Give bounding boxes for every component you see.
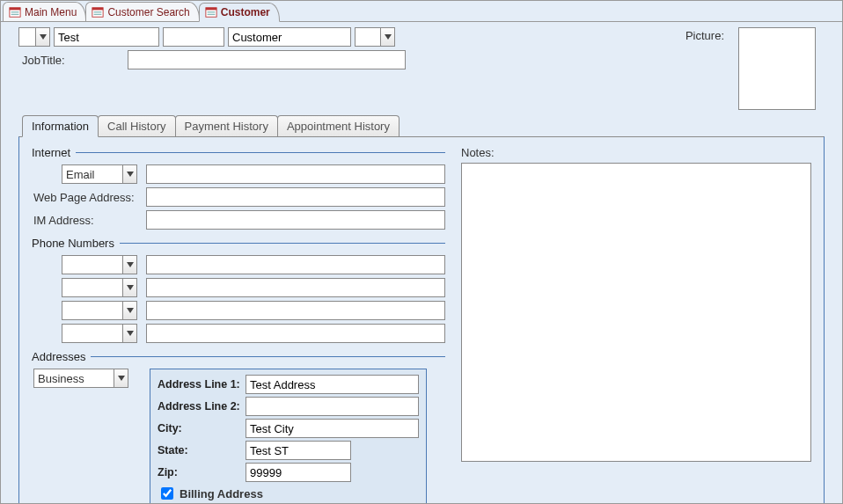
doc-tab-customer[interactable]: Customer xyxy=(199,3,280,22)
divider xyxy=(91,356,445,357)
form-icon xyxy=(205,6,217,18)
group-label: Internet xyxy=(32,146,70,159)
svg-rect-7 xyxy=(94,13,102,14)
subtab-information[interactable]: Information xyxy=(22,115,99,137)
subtab-payment-history[interactable]: Payment History xyxy=(175,115,278,136)
addr-state-input[interactable] xyxy=(246,441,351,460)
document-tabs: Main Menu Customer Search Customer xyxy=(1,1,842,22)
group-label: Addresses xyxy=(32,350,85,363)
im-input[interactable] xyxy=(146,210,445,230)
svg-rect-9 xyxy=(206,8,216,11)
chevron-down-icon xyxy=(122,325,136,342)
app-window: Main Menu Customer Search Customer xyxy=(0,0,843,504)
chevron-down-icon xyxy=(122,256,136,274)
svg-rect-3 xyxy=(11,13,19,14)
job-title-label: JobTitle: xyxy=(18,52,124,69)
notes-label: Notes: xyxy=(461,146,811,159)
web-input[interactable] xyxy=(146,187,445,207)
name-block: JobTitle: xyxy=(18,27,406,69)
addresses-group: Addresses Business Address Line xyxy=(32,350,445,504)
phone-input-2[interactable] xyxy=(146,278,445,297)
internet-group: Internet Email Web Page Addre xyxy=(32,146,445,230)
middle-name-input[interactable] xyxy=(163,27,224,47)
phone-type-combo-3[interactable] xyxy=(62,301,137,320)
chevron-down-icon xyxy=(122,165,136,183)
address-type-value: Business xyxy=(34,372,114,385)
form-icon xyxy=(9,6,21,18)
picture-box[interactable] xyxy=(738,27,816,110)
doc-tab-main-menu[interactable]: Main Menu xyxy=(3,2,86,21)
subtab-strip: Information Call History Payment History… xyxy=(18,115,825,136)
group-label: Phone Numbers xyxy=(32,237,114,250)
doc-tab-label: Customer Search xyxy=(107,6,189,18)
subtab-label: Payment History xyxy=(185,120,268,133)
form-icon xyxy=(92,6,104,18)
email-type-value: Email xyxy=(62,168,122,181)
subtab-appointment-history[interactable]: Appointment History xyxy=(277,115,400,136)
address-type-combo[interactable]: Business xyxy=(33,369,128,388)
chevron-down-icon xyxy=(35,28,49,46)
chevron-down-icon xyxy=(122,302,136,319)
chevron-down-icon xyxy=(122,279,136,296)
chevron-down-icon xyxy=(380,28,394,46)
svg-rect-6 xyxy=(94,11,102,12)
billing-checkbox[interactable] xyxy=(161,487,173,500)
addr-city-input[interactable] xyxy=(246,419,419,438)
phones-group: Phone Numbers xyxy=(32,237,445,343)
divider xyxy=(120,243,445,244)
addr-line1-input[interactable] xyxy=(246,375,419,394)
svg-rect-11 xyxy=(207,14,215,15)
chevron-down-icon xyxy=(114,369,128,387)
form-content: JobTitle: Picture: Information Call Hist… xyxy=(1,22,842,504)
addr-city-label: City: xyxy=(158,422,240,435)
addr-state-label: State: xyxy=(158,444,240,457)
subtab-label: Call History xyxy=(107,120,165,133)
phone-input-1[interactable] xyxy=(146,255,445,274)
first-name-input[interactable] xyxy=(54,27,159,47)
im-label: IM Address: xyxy=(32,214,141,227)
subtab-label: Information xyxy=(32,120,89,133)
email-input[interactable] xyxy=(146,164,445,184)
doc-tab-customer-search[interactable]: Customer Search xyxy=(85,2,199,21)
phone-type-combo-1[interactable] xyxy=(62,255,137,274)
information-panel: Internet Email Web Page Addre xyxy=(18,136,825,504)
phone-type-combo-4[interactable] xyxy=(62,324,137,343)
addr-line2-input[interactable] xyxy=(246,397,419,416)
addr-zip-input[interactable] xyxy=(246,463,351,482)
billing-label: Billing Address xyxy=(180,487,263,500)
prefix-combo[interactable] xyxy=(18,27,50,47)
divider xyxy=(76,152,445,153)
address-panel: Address Line 1: Address Line 2: City: xyxy=(150,369,427,504)
addr-line1-label: Address Line 1: xyxy=(158,378,240,391)
subtab-call-history[interactable]: Call History xyxy=(98,115,175,136)
subtab-label: Appointment History xyxy=(287,120,390,133)
suffix-combo[interactable] xyxy=(355,27,395,47)
web-label: Web Page Address: xyxy=(32,191,141,204)
addr-zip-label: Zip: xyxy=(158,466,240,478)
job-title-input[interactable] xyxy=(128,50,406,69)
last-name-input[interactable] xyxy=(228,27,351,47)
doc-tab-label: Customer xyxy=(221,6,270,18)
addr-line2-label: Address Line 2: xyxy=(158,400,240,413)
phone-type-combo-2[interactable] xyxy=(62,278,137,297)
svg-rect-10 xyxy=(207,11,215,12)
phone-input-3[interactable] xyxy=(146,301,445,320)
svg-rect-1 xyxy=(10,7,20,10)
notes-textarea[interactable] xyxy=(461,163,811,462)
picture-label: Picture: xyxy=(682,27,728,44)
svg-rect-5 xyxy=(92,7,103,10)
email-type-combo[interactable]: Email xyxy=(62,164,137,184)
doc-tab-label: Main Menu xyxy=(25,6,77,18)
phone-input-4[interactable] xyxy=(146,324,445,343)
svg-rect-2 xyxy=(11,11,19,12)
